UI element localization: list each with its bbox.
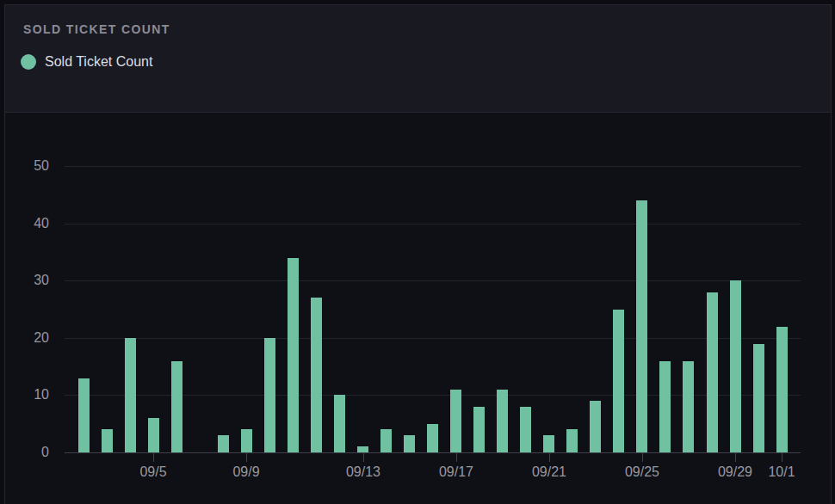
bar[interactable] [683,361,694,452]
bar[interactable] [450,390,461,452]
bar[interactable] [102,429,113,452]
bar[interactable] [613,310,624,452]
bar[interactable] [730,280,741,452]
bar[interactable] [218,435,229,452]
bar[interactable] [566,429,578,452]
bar[interactable] [148,418,159,452]
bar[interactable] [288,258,299,452]
chart-title: SOLD TICKET COUNT [23,22,831,36]
legend-dot-icon [21,54,36,70]
bar[interactable] [125,338,136,452]
bar[interactable] [334,395,345,452]
legend-label: Sold Ticket Count [45,53,152,71]
bar[interactable] [497,390,508,452]
bar[interactable] [707,292,718,452]
legend-item-sold-ticket-count[interactable]: Sold Ticket Count [21,52,831,71]
bar[interactable] [264,338,275,452]
bar[interactable] [753,344,764,452]
bar[interactable] [427,424,438,452]
bar[interactable] [520,407,531,452]
bar[interactable] [590,401,601,452]
bar[interactable] [636,200,647,452]
chart-header: SOLD TICKET COUNT Sold Ticket Count [5,5,831,113]
bar[interactable] [171,361,182,452]
bar[interactable] [659,361,671,452]
bar[interactable] [241,429,252,452]
bar[interactable] [776,327,788,452]
bar[interactable] [311,298,322,452]
bar[interactable] [543,435,554,452]
bar[interactable] [357,446,368,452]
bar[interactable] [380,429,392,452]
bar[interactable] [473,407,485,452]
bar[interactable] [404,435,415,452]
bar[interactable] [78,378,90,452]
